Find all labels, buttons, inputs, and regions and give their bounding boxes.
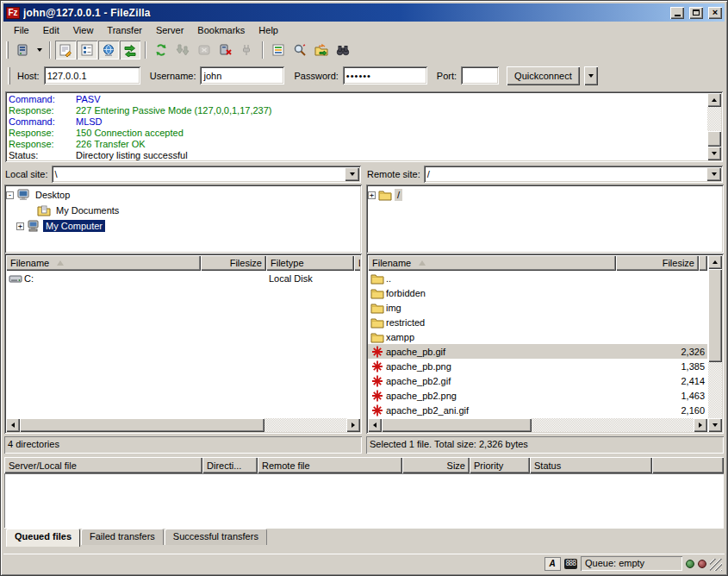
- log-line-text: PASV: [76, 94, 101, 105]
- scroll-down-button[interactable]: [708, 418, 722, 432]
- tab-queued-files[interactable]: Queued files: [6, 529, 80, 547]
- column-header-filename[interactable]: Filename: [6, 255, 201, 271]
- scroll-right-button[interactable]: [346, 418, 360, 432]
- scroll-up-button[interactable]: [707, 93, 721, 107]
- remote-file-row[interactable]: forbidden: [368, 285, 707, 300]
- file-size: 2,326: [681, 347, 705, 357]
- tab-successful-transfers[interactable]: Successful transfers: [165, 529, 267, 545]
- column-header-remote-file[interactable]: Remote file: [258, 457, 402, 473]
- ascii-datatype-icon: A: [544, 557, 561, 571]
- local-site-combo[interactable]: \: [52, 166, 361, 183]
- synchronized-browsing-button[interactable]: [311, 41, 332, 59]
- remote-site-bar: Remote site: /: [366, 164, 724, 185]
- reconnect-button[interactable]: [237, 41, 258, 59]
- column-header-last-modified[interactable]: L: [354, 255, 360, 271]
- column-header-status[interactable]: Status: [530, 457, 652, 473]
- local-horizontal-scrollbar[interactable]: [6, 418, 360, 432]
- refresh-icon: [154, 43, 168, 57]
- scroll-left-button[interactable]: [6, 418, 20, 432]
- scroll-right-button[interactable]: [694, 418, 707, 432]
- desktop-icon: [16, 188, 30, 202]
- tab-failed-transfers[interactable]: Failed transfers: [81, 529, 164, 545]
- local-site-dropdown-button[interactable]: [345, 167, 359, 181]
- column-header-priority[interactable]: Priority: [470, 457, 530, 473]
- remote-file-row[interactable]: apache_pb2.gif2,414: [368, 373, 707, 388]
- column-header-filetype[interactable]: Filetype: [266, 255, 354, 271]
- site-manager-button[interactable]: [12, 41, 33, 59]
- scroll-thumb[interactable]: [708, 269, 722, 362]
- remote-file-row[interactable]: apache_pb.png1,385: [368, 359, 707, 373]
- menu-view[interactable]: View: [66, 23, 101, 37]
- tree-item-desktop[interactable]: - Desktop: [6, 187, 360, 203]
- expand-expander[interactable]: +: [368, 191, 376, 199]
- menu-file[interactable]: File: [7, 23, 36, 37]
- process-queue-button[interactable]: [172, 41, 193, 59]
- remote-vertical-scrollbar[interactable]: [708, 255, 722, 432]
- scroll-thumb[interactable]: [707, 131, 721, 147]
- site-manager-dropdown-button[interactable]: [34, 41, 45, 59]
- menu-edit[interactable]: Edit: [36, 23, 66, 37]
- host-input[interactable]: 127.0.0.1: [44, 66, 140, 85]
- remote-file-row[interactable]: ..: [368, 271, 707, 285]
- collapse-expander[interactable]: -: [6, 191, 14, 199]
- remote-file-row[interactable]: xampp: [368, 329, 707, 344]
- maximize-button[interactable]: [689, 7, 703, 19]
- tree-item-root[interactable]: + /: [368, 187, 722, 203]
- minimize-button[interactable]: [670, 7, 684, 19]
- scroll-up-button[interactable]: [708, 255, 722, 269]
- column-header-server-local-file[interactable]: Server/Local file: [4, 457, 202, 473]
- toggle-remote-tree-button[interactable]: [98, 41, 119, 59]
- remote-file-row[interactable]: img: [368, 300, 707, 315]
- log-vertical-scrollbar[interactable]: [707, 93, 721, 160]
- remote-file-row-selected[interactable]: apache_pb.gif2,326: [368, 344, 707, 359]
- tree-item-my-documents[interactable]: My Documents: [6, 203, 360, 218]
- find-button[interactable]: [333, 41, 353, 59]
- remote-site-dropdown-button[interactable]: [706, 167, 721, 181]
- quickconnect-button[interactable]: Quickconnect: [507, 66, 580, 85]
- remote-site-combo[interactable]: /: [424, 166, 723, 183]
- disconnect-button[interactable]: [215, 41, 236, 59]
- column-header-filesize[interactable]: Filesize: [616, 255, 699, 271]
- remote-file-row[interactable]: apache_pb2_ani.gif2,160: [368, 403, 707, 417]
- column-header-direction[interactable]: Directi...: [202, 457, 258, 473]
- menu-transfer[interactable]: Transfer: [100, 23, 149, 37]
- port-input[interactable]: [461, 66, 499, 85]
- tree-item-my-computer[interactable]: + My Computer: [6, 218, 360, 234]
- tab-label: Successful transfers: [173, 531, 258, 542]
- password-input[interactable]: ••••••: [343, 66, 427, 85]
- host-value: 127.0.0.1: [47, 71, 87, 81]
- remote-file-row[interactable]: apache_pb2.png1,463: [368, 388, 707, 403]
- expand-expander[interactable]: +: [16, 222, 24, 230]
- scroll-thumb[interactable]: [382, 418, 532, 432]
- log-line-text: 227 Entering Passive Mode (127,0,0,1,17,…: [76, 105, 271, 116]
- column-header-filesize[interactable]: Filesize: [201, 255, 266, 271]
- filezilla-window: Fz john@127.0.0.1 - FileZilla × File Edi…: [0, 0, 728, 576]
- file-search-button[interactable]: [289, 41, 310, 59]
- scroll-left-button[interactable]: [368, 418, 382, 432]
- column-header-filename[interactable]: Filename: [368, 255, 616, 271]
- column-header-filler: [652, 457, 724, 473]
- refresh-button[interactable]: [151, 41, 171, 59]
- menu-bookmarks[interactable]: Bookmarks: [190, 23, 252, 37]
- toggle-local-tree-button[interactable]: [77, 41, 97, 59]
- scroll-thumb[interactable]: [20, 418, 264, 432]
- column-header-size[interactable]: Size: [402, 457, 470, 473]
- close-button[interactable]: ×: [708, 7, 722, 19]
- filter-button[interactable]: [268, 41, 289, 59]
- quickconnect-dropdown-button[interactable]: [584, 66, 598, 85]
- queue-tabs: Queued files Failed transfers Successful…: [4, 528, 724, 548]
- cancel-operation-button[interactable]: [194, 41, 215, 59]
- menu-server[interactable]: Server: [149, 23, 190, 37]
- toggle-log-button[interactable]: [55, 41, 76, 59]
- menu-help[interactable]: Help: [252, 23, 285, 37]
- titlebar[interactable]: Fz john@127.0.0.1 - FileZilla ×: [3, 3, 725, 22]
- toggle-queue-button[interactable]: [120, 41, 140, 59]
- username-input[interactable]: john: [200, 66, 284, 85]
- scroll-down-button[interactable]: [707, 147, 721, 160]
- message-log: Command:PASV Response:227 Entering Passi…: [5, 91, 723, 162]
- queue-list-body[interactable]: [4, 473, 724, 528]
- local-file-row[interactable]: C: Local Disk: [6, 271, 360, 285]
- remote-horizontal-scrollbar[interactable]: [368, 418, 707, 432]
- resize-grip[interactable]: [710, 559, 722, 571]
- remote-file-row[interactable]: restricted: [368, 315, 707, 329]
